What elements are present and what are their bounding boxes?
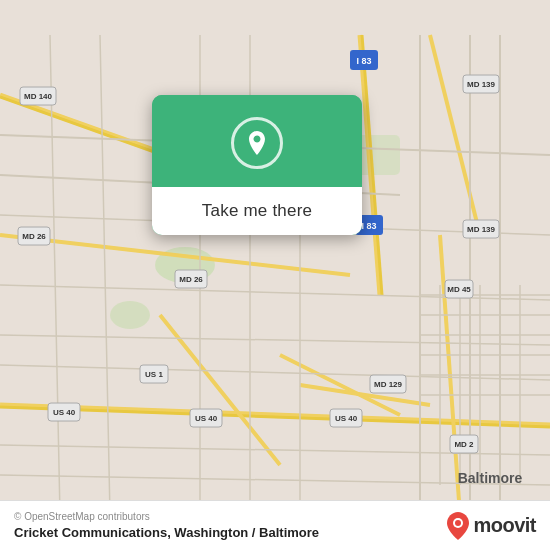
take-me-there-button[interactable]: Take me there <box>152 187 362 235</box>
svg-text:US 40: US 40 <box>53 408 76 417</box>
svg-text:MD 139: MD 139 <box>467 80 496 89</box>
svg-text:US 40: US 40 <box>335 414 358 423</box>
svg-text:US 1: US 1 <box>145 370 163 379</box>
osm-attribution: © OpenStreetMap contributors <box>14 511 319 522</box>
location-popup: Take me there <box>152 95 362 235</box>
svg-text:MD 26: MD 26 <box>179 275 203 284</box>
map-container: I 83 I 83 MD 140 MD 26 MD 26 US 1 US 40 … <box>0 0 550 550</box>
svg-text:US 40: US 40 <box>195 414 218 423</box>
map-background: I 83 I 83 MD 140 MD 26 MD 26 US 1 US 40 … <box>0 0 550 550</box>
svg-text:MD 26: MD 26 <box>22 232 46 241</box>
svg-text:MD 45: MD 45 <box>447 285 471 294</box>
popup-icon-area <box>152 95 362 187</box>
svg-text:I 83: I 83 <box>356 56 371 66</box>
moovit-logo: moovit <box>447 512 536 540</box>
location-pin-icon <box>231 117 283 169</box>
svg-text:MD 140: MD 140 <box>24 92 53 101</box>
bottom-left-info: © OpenStreetMap contributors Cricket Com… <box>14 511 319 540</box>
svg-text:Baltimore: Baltimore <box>458 470 523 486</box>
moovit-pin-icon <box>447 512 469 540</box>
bottom-bar: © OpenStreetMap contributors Cricket Com… <box>0 500 550 550</box>
svg-point-2 <box>110 301 150 329</box>
svg-text:I 83: I 83 <box>361 221 376 231</box>
svg-text:MD 2: MD 2 <box>454 440 474 449</box>
moovit-label: moovit <box>473 514 536 537</box>
svg-text:MD 129: MD 129 <box>374 380 403 389</box>
location-name: Cricket Communications, Washington / Bal… <box>14 525 319 540</box>
svg-text:MD 139: MD 139 <box>467 225 496 234</box>
svg-point-72 <box>455 520 461 526</box>
